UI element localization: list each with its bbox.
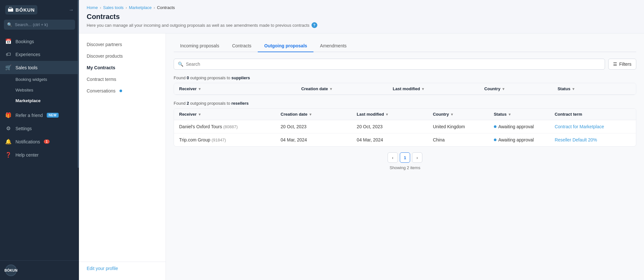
sidebar-item-bookings[interactable]: 📅 Bookings [0, 35, 79, 48]
user-avatar[interactable]: BÓKUN [5, 265, 17, 276]
th-status-r[interactable]: Status ▼ [494, 112, 555, 117]
sort-icon: ▼ [502, 87, 505, 91]
sidebar-item-label: Help center [15, 152, 39, 158]
th-creation-date-r[interactable]: Creation date ▼ [281, 112, 357, 117]
sidebar-item-websites[interactable]: Websites [0, 85, 79, 95]
sidebar-item-label: Experiences [15, 52, 40, 57]
sidebar-item-refer-friend[interactable]: 🎁 Refer a friend NEW [0, 109, 79, 122]
pagination-next-button[interactable]: › [412, 152, 422, 163]
scrollbar [78, 0, 79, 168]
left-nav-my-contracts[interactable]: My Contracts [79, 62, 166, 73]
cell-last-modified-0: 20 Oct, 2023 [357, 124, 433, 129]
th-last-modified-r[interactable]: Last modified ▼ [357, 112, 433, 117]
cell-contract-term-1[interactable]: Reseller Default 20% [555, 137, 631, 142]
left-nav-contract-terms[interactable]: Contract terms [79, 73, 166, 85]
contract-terms-label: Contract terms [87, 77, 116, 82]
th-status[interactable]: Status ▼ [558, 86, 631, 91]
cell-contract-term-0[interactable]: Contract for Marketplace [555, 124, 631, 129]
filters-button[interactable]: ☰ Filters [608, 59, 636, 70]
tab-contracts[interactable]: Contracts [226, 40, 258, 52]
suppliers-table: Receiver ▼ Creation date ▼ Last modified… [174, 83, 636, 95]
status-dot-0 [494, 125, 496, 128]
sidebar-item-settings[interactable]: ⚙ Settings [0, 122, 79, 135]
sidebar-sub-label: Marketplace [15, 98, 41, 103]
logo-box: 🏔 BÓKUN [5, 5, 37, 14]
tab-amendments[interactable]: Amendments [313, 40, 353, 52]
suppliers-section-label: Found 0 outgoing proposals to suppliers [174, 75, 636, 80]
pagination-page-1-button[interactable]: 1 [400, 152, 410, 163]
search-filter-row: 🔍 ☰ Filters [174, 59, 636, 70]
page-subtitle-text: Here you can manage all your incoming an… [87, 23, 310, 28]
sidebar-item-help-center[interactable]: ❓ Help center [0, 148, 79, 161]
cell-receiver-0: Daniel's Oxford Tours (80887) [179, 124, 281, 129]
calendar-icon: 📅 [5, 38, 12, 44]
resellers-count: 2 [187, 101, 189, 106]
sidebar-header: 🏔 BÓKUN → [0, 0, 79, 17]
breadcrumb: Home › Sales tools › Marketplace › Contr… [79, 0, 644, 10]
sort-icon: ▼ [198, 87, 201, 91]
sidebar-item-experiences[interactable]: 🏷 Experiences [0, 48, 79, 61]
bell-icon: 🔔 [5, 139, 12, 145]
sidebar-item-label: Sales tools [15, 65, 37, 70]
search-box[interactable]: 🔍 [174, 59, 605, 70]
resellers-table: Receiver ▼ Creation date ▼ Last modified… [174, 108, 636, 147]
sidebar-item-notifications[interactable]: 🔔 Notifications 1 [0, 135, 79, 148]
status-text-0: Awaiting approval [498, 124, 534, 129]
left-nav-conversations[interactable]: Conversations [79, 85, 166, 97]
page-title-area: Contracts Here you can manage all your i… [79, 10, 644, 33]
conversations-dot [120, 90, 122, 92]
sort-icon: ▼ [309, 112, 312, 116]
tag-icon: 🏷 [5, 52, 12, 57]
search-icon: 🔍 [178, 62, 183, 67]
search-input[interactable] [186, 62, 601, 67]
sort-icon: ▼ [198, 112, 201, 116]
sidebar-bottom: BÓKUN [0, 260, 79, 280]
gift-icon: 🎁 [5, 112, 12, 118]
th-receiver[interactable]: Receiver ▼ [179, 86, 301, 91]
receiver-link-0[interactable]: Daniel's Oxford Tours [179, 124, 222, 129]
sidebar-item-label: Refer a friend [15, 113, 43, 118]
page-title: Contracts [87, 13, 636, 21]
receiver-link-1[interactable]: Trip.com Group [179, 137, 210, 142]
resellers-type: resellers [231, 101, 249, 106]
th-creation-date[interactable]: Creation date ▼ [301, 86, 393, 91]
th-country[interactable]: Country ▼ [484, 86, 557, 91]
sort-icon: ▼ [508, 112, 511, 116]
content-area: Discover partners Discover products My C… [79, 33, 644, 280]
sidebar-sub-label: Booking widgets [15, 77, 47, 82]
status-text-1: Awaiting approval [498, 137, 534, 142]
sidebar-item-marketplace[interactable]: Marketplace [0, 95, 79, 106]
tab-outgoing-proposals[interactable]: Outgoing proposals [258, 40, 313, 52]
sidebar: 🏔 BÓKUN → 🔍 Search... (ctrl + k) 📅 Booki… [0, 0, 79, 280]
help-tooltip-icon[interactable]: ? [312, 22, 317, 28]
cell-last-modified-1: 04 Mar, 2024 [357, 137, 433, 142]
sidebar-collapse-button[interactable]: → [69, 7, 74, 13]
page-subtitle: Here you can manage all your incoming an… [87, 22, 636, 28]
search-icon: 🔍 [7, 22, 12, 27]
pagination-prev-button[interactable]: ‹ [388, 152, 398, 163]
left-nav-discover-products[interactable]: Discover products [79, 50, 166, 62]
breadcrumb-marketplace[interactable]: Marketplace [129, 5, 152, 10]
cell-country-0: United Kingdom [433, 124, 494, 129]
breadcrumb-contracts: Contracts [157, 5, 175, 10]
breadcrumb-home[interactable]: Home [87, 5, 98, 10]
tab-incoming-proposals[interactable]: Incoming proposals [174, 40, 226, 52]
sidebar-item-booking-widgets[interactable]: Booking widgets [0, 74, 79, 85]
sort-icon: ▼ [421, 87, 425, 91]
th-last-modified[interactable]: Last modified ▼ [393, 86, 484, 91]
sidebar-search[interactable]: 🔍 Search... (ctrl + k) [4, 20, 75, 30]
left-nav-discover-partners[interactable]: Discover partners [79, 39, 166, 50]
pagination: ‹ 1 › [174, 152, 636, 163]
discover-partners-label: Discover partners [87, 42, 122, 47]
th-receiver-r[interactable]: Receiver ▼ [179, 112, 281, 117]
logo-icon: 🏔 [8, 6, 14, 13]
sidebar-item-label: Bookings [15, 39, 34, 44]
resellers-section-label: Found 2 outgoing proposals to resellers [174, 101, 636, 106]
edit-profile-button[interactable]: Edit your profile [87, 266, 118, 271]
sidebar-item-sales-tools[interactable]: 🛒 Sales tools [0, 61, 79, 74]
cell-creation-date-1: 04 Mar, 2024 [281, 137, 357, 142]
breadcrumb-sales-tools[interactable]: Sales tools [103, 5, 124, 10]
help-icon: ❓ [5, 152, 12, 158]
th-country-r[interactable]: Country ▼ [433, 112, 494, 117]
breadcrumb-sep-2: › [126, 5, 127, 10]
